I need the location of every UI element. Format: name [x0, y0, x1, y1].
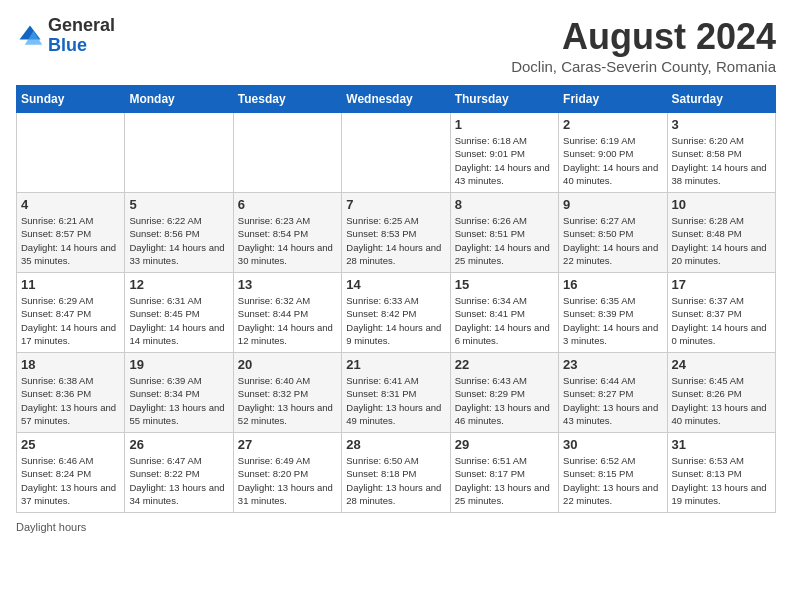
weekday-header-saturday: Saturday: [667, 86, 775, 113]
day-number: 31: [672, 437, 771, 452]
calendar-cell: 9Sunrise: 6:27 AM Sunset: 8:50 PM Daylig…: [559, 193, 667, 273]
calendar-cell: 1Sunrise: 6:18 AM Sunset: 9:01 PM Daylig…: [450, 113, 558, 193]
day-number: 25: [21, 437, 120, 452]
day-number: 21: [346, 357, 445, 372]
day-number: 9: [563, 197, 662, 212]
calendar-cell: 21Sunrise: 6:41 AM Sunset: 8:31 PM Dayli…: [342, 353, 450, 433]
day-info: Sunrise: 6:45 AM Sunset: 8:26 PM Dayligh…: [672, 374, 771, 427]
calendar-cell: 11Sunrise: 6:29 AM Sunset: 8:47 PM Dayli…: [17, 273, 125, 353]
calendar-cell: 3Sunrise: 6:20 AM Sunset: 8:58 PM Daylig…: [667, 113, 775, 193]
logo-text: General Blue: [48, 16, 115, 56]
day-info: Sunrise: 6:47 AM Sunset: 8:22 PM Dayligh…: [129, 454, 228, 507]
day-info: Sunrise: 6:21 AM Sunset: 8:57 PM Dayligh…: [21, 214, 120, 267]
day-info: Sunrise: 6:26 AM Sunset: 8:51 PM Dayligh…: [455, 214, 554, 267]
day-number: 29: [455, 437, 554, 452]
day-info: Sunrise: 6:46 AM Sunset: 8:24 PM Dayligh…: [21, 454, 120, 507]
day-info: Sunrise: 6:20 AM Sunset: 8:58 PM Dayligh…: [672, 134, 771, 187]
calendar-cell: 31Sunrise: 6:53 AM Sunset: 8:13 PM Dayli…: [667, 433, 775, 513]
calendar-cell: 26Sunrise: 6:47 AM Sunset: 8:22 PM Dayli…: [125, 433, 233, 513]
day-info: Sunrise: 6:50 AM Sunset: 8:18 PM Dayligh…: [346, 454, 445, 507]
calendar-cell: [17, 113, 125, 193]
day-number: 3: [672, 117, 771, 132]
calendar-week-row: 4Sunrise: 6:21 AM Sunset: 8:57 PM Daylig…: [17, 193, 776, 273]
day-info: Sunrise: 6:34 AM Sunset: 8:41 PM Dayligh…: [455, 294, 554, 347]
day-info: Sunrise: 6:18 AM Sunset: 9:01 PM Dayligh…: [455, 134, 554, 187]
day-info: Sunrise: 6:51 AM Sunset: 8:17 PM Dayligh…: [455, 454, 554, 507]
weekday-header-tuesday: Tuesday: [233, 86, 341, 113]
main-title: August 2024: [511, 16, 776, 58]
weekday-header-row: SundayMondayTuesdayWednesdayThursdayFrid…: [17, 86, 776, 113]
day-number: 20: [238, 357, 337, 372]
day-number: 7: [346, 197, 445, 212]
day-info: Sunrise: 6:39 AM Sunset: 8:34 PM Dayligh…: [129, 374, 228, 427]
calendar-cell: 2Sunrise: 6:19 AM Sunset: 9:00 PM Daylig…: [559, 113, 667, 193]
calendar-cell: 24Sunrise: 6:45 AM Sunset: 8:26 PM Dayli…: [667, 353, 775, 433]
day-number: 19: [129, 357, 228, 372]
calendar-table: SundayMondayTuesdayWednesdayThursdayFrid…: [16, 85, 776, 513]
day-number: 5: [129, 197, 228, 212]
calendar-week-row: 11Sunrise: 6:29 AM Sunset: 8:47 PM Dayli…: [17, 273, 776, 353]
day-number: 11: [21, 277, 120, 292]
subtitle: Doclin, Caras-Severin County, Romania: [511, 58, 776, 75]
day-info: Sunrise: 6:22 AM Sunset: 8:56 PM Dayligh…: [129, 214, 228, 267]
calendar-cell: 6Sunrise: 6:23 AM Sunset: 8:54 PM Daylig…: [233, 193, 341, 273]
day-number: 15: [455, 277, 554, 292]
calendar-cell: 8Sunrise: 6:26 AM Sunset: 8:51 PM Daylig…: [450, 193, 558, 273]
day-number: 14: [346, 277, 445, 292]
day-info: Sunrise: 6:25 AM Sunset: 8:53 PM Dayligh…: [346, 214, 445, 267]
calendar-cell: 25Sunrise: 6:46 AM Sunset: 8:24 PM Dayli…: [17, 433, 125, 513]
calendar-cell: 4Sunrise: 6:21 AM Sunset: 8:57 PM Daylig…: [17, 193, 125, 273]
weekday-header-wednesday: Wednesday: [342, 86, 450, 113]
calendar-cell: 18Sunrise: 6:38 AM Sunset: 8:36 PM Dayli…: [17, 353, 125, 433]
day-number: 4: [21, 197, 120, 212]
calendar-cell: 12Sunrise: 6:31 AM Sunset: 8:45 PM Dayli…: [125, 273, 233, 353]
calendar-cell: 19Sunrise: 6:39 AM Sunset: 8:34 PM Dayli…: [125, 353, 233, 433]
calendar-cell: 28Sunrise: 6:50 AM Sunset: 8:18 PM Dayli…: [342, 433, 450, 513]
weekday-header-monday: Monday: [125, 86, 233, 113]
day-info: Sunrise: 6:44 AM Sunset: 8:27 PM Dayligh…: [563, 374, 662, 427]
day-number: 6: [238, 197, 337, 212]
calendar-cell: 23Sunrise: 6:44 AM Sunset: 8:27 PM Dayli…: [559, 353, 667, 433]
calendar-cell: 16Sunrise: 6:35 AM Sunset: 8:39 PM Dayli…: [559, 273, 667, 353]
day-number: 2: [563, 117, 662, 132]
logo: General Blue: [16, 16, 115, 56]
day-info: Sunrise: 6:49 AM Sunset: 8:20 PM Dayligh…: [238, 454, 337, 507]
day-number: 1: [455, 117, 554, 132]
calendar-cell: 10Sunrise: 6:28 AM Sunset: 8:48 PM Dayli…: [667, 193, 775, 273]
day-info: Sunrise: 6:29 AM Sunset: 8:47 PM Dayligh…: [21, 294, 120, 347]
day-number: 13: [238, 277, 337, 292]
weekday-header-thursday: Thursday: [450, 86, 558, 113]
day-number: 30: [563, 437, 662, 452]
footer-note: Daylight hours: [16, 521, 776, 533]
day-info: Sunrise: 6:33 AM Sunset: 8:42 PM Dayligh…: [346, 294, 445, 347]
calendar-cell: [125, 113, 233, 193]
day-info: Sunrise: 6:53 AM Sunset: 8:13 PM Dayligh…: [672, 454, 771, 507]
title-area: August 2024 Doclin, Caras-Severin County…: [511, 16, 776, 75]
calendar-cell: [342, 113, 450, 193]
day-info: Sunrise: 6:40 AM Sunset: 8:32 PM Dayligh…: [238, 374, 337, 427]
day-number: 23: [563, 357, 662, 372]
day-info: Sunrise: 6:23 AM Sunset: 8:54 PM Dayligh…: [238, 214, 337, 267]
calendar-week-row: 1Sunrise: 6:18 AM Sunset: 9:01 PM Daylig…: [17, 113, 776, 193]
calendar-cell: 13Sunrise: 6:32 AM Sunset: 8:44 PM Dayli…: [233, 273, 341, 353]
calendar-week-row: 25Sunrise: 6:46 AM Sunset: 8:24 PM Dayli…: [17, 433, 776, 513]
day-info: Sunrise: 6:31 AM Sunset: 8:45 PM Dayligh…: [129, 294, 228, 347]
day-info: Sunrise: 6:38 AM Sunset: 8:36 PM Dayligh…: [21, 374, 120, 427]
day-number: 18: [21, 357, 120, 372]
calendar-cell: 27Sunrise: 6:49 AM Sunset: 8:20 PM Dayli…: [233, 433, 341, 513]
calendar-cell: 22Sunrise: 6:43 AM Sunset: 8:29 PM Dayli…: [450, 353, 558, 433]
day-number: 16: [563, 277, 662, 292]
weekday-header-friday: Friday: [559, 86, 667, 113]
day-info: Sunrise: 6:35 AM Sunset: 8:39 PM Dayligh…: [563, 294, 662, 347]
day-info: Sunrise: 6:28 AM Sunset: 8:48 PM Dayligh…: [672, 214, 771, 267]
day-info: Sunrise: 6:19 AM Sunset: 9:00 PM Dayligh…: [563, 134, 662, 187]
day-number: 10: [672, 197, 771, 212]
weekday-header-sunday: Sunday: [17, 86, 125, 113]
day-number: 17: [672, 277, 771, 292]
day-info: Sunrise: 6:41 AM Sunset: 8:31 PM Dayligh…: [346, 374, 445, 427]
day-info: Sunrise: 6:37 AM Sunset: 8:37 PM Dayligh…: [672, 294, 771, 347]
day-number: 12: [129, 277, 228, 292]
day-info: Sunrise: 6:43 AM Sunset: 8:29 PM Dayligh…: [455, 374, 554, 427]
day-number: 22: [455, 357, 554, 372]
calendar-cell: 20Sunrise: 6:40 AM Sunset: 8:32 PM Dayli…: [233, 353, 341, 433]
